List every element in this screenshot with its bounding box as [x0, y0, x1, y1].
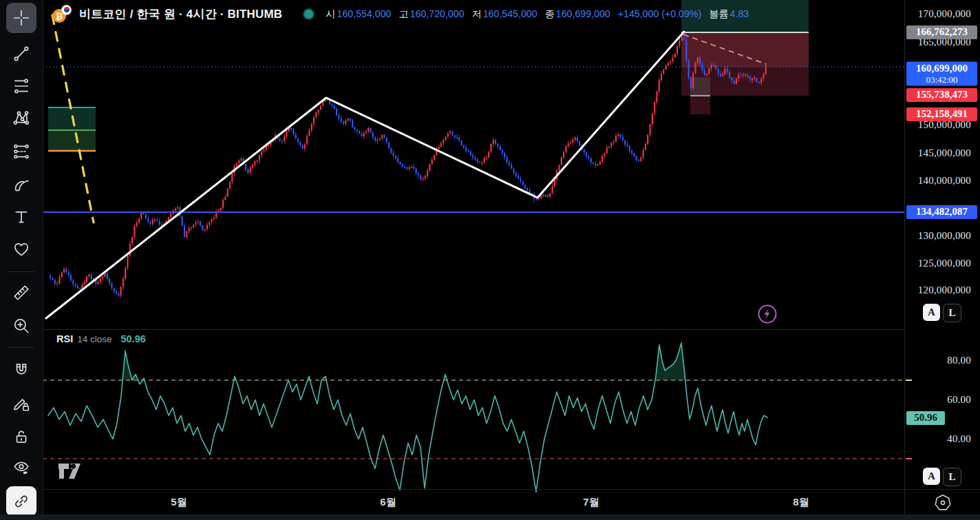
hide-drawings-button[interactable]	[6, 453, 36, 483]
chart-legend[interactable]: ₿ 비트코인 / 한국 원 · 4시간 · BITHUMB 시160,554,0…	[52, 4, 749, 23]
pane-divider[interactable]	[43, 329, 904, 330]
text-tool[interactable]	[6, 202, 36, 232]
measure-tool[interactable]	[6, 278, 36, 308]
volume-value: 4.83	[730, 8, 749, 19]
eye-brush-icon	[12, 459, 30, 477]
stop2-price-badge: 152,158,491	[906, 107, 977, 121]
ruler-icon	[12, 284, 30, 302]
time-axis-label[interactable]: 8월	[793, 496, 809, 509]
brush-icon	[12, 176, 30, 194]
ohlc-values: 시160,554,000 고160,720,000 저160,545,000 종…	[326, 8, 749, 21]
rsi-axis-label: 80.00	[947, 355, 971, 366]
fib-retracement-tool[interactable]	[6, 71, 36, 101]
crosshair-icon	[12, 9, 30, 27]
forecast-position-tool[interactable]	[6, 136, 36, 167]
price-axis-label: 145,000,000	[918, 147, 971, 159]
trend-line-tool[interactable]	[6, 39, 36, 69]
forecast-icon	[12, 143, 30, 160]
xabcd-icon	[12, 110, 30, 127]
change-value: +145,000 (+0.09%)	[618, 8, 701, 19]
toolbar-divider	[8, 271, 34, 272]
current-price-badge: 160,699,00003:42:00	[906, 62, 977, 86]
stop-price-badge: 155,738,473	[906, 88, 977, 102]
symbol-title[interactable]: 비트코인 / 한국 원 · 4시간 · BITHUMB	[79, 6, 282, 22]
lock-icon	[12, 428, 30, 446]
high-value: 160,720,000	[410, 8, 465, 19]
rsi-current-value: 50.96	[120, 333, 145, 344]
log-scale-button[interactable]: L	[943, 468, 961, 486]
price-axis-label: 120,000,000	[918, 284, 971, 296]
lock-drawings-button[interactable]	[6, 422, 36, 452]
low-label: 저	[472, 8, 482, 21]
high-label: 고	[398, 8, 408, 21]
close-value: 160,699,000	[556, 8, 610, 19]
fib-lines-icon	[12, 77, 30, 95]
close-label: 종	[545, 8, 555, 21]
korea-flag-icon	[61, 5, 72, 15]
price-axis-label: 140,000,000	[918, 175, 971, 187]
time-axis-label[interactable]: 7월	[583, 496, 599, 509]
auto-scale-button[interactable]: A	[923, 468, 940, 485]
tradingview-logo	[57, 460, 85, 482]
drawing-toolbar	[0, 0, 43, 520]
support-price-badge: 134,482,087	[906, 205, 977, 219]
rsi-legend[interactable]: RSI 14 close 50.96	[56, 333, 146, 344]
toolbar-divider	[8, 347, 34, 348]
open-value: 160,554,000	[337, 8, 392, 19]
time-axis-label[interactable]: 5월	[171, 496, 187, 509]
market-status-icon[interactable]	[303, 8, 315, 20]
link-icon	[12, 492, 30, 510]
symbol-logo: ₿	[52, 4, 73, 23]
link-drawings-button[interactable]	[6, 486, 36, 517]
low-value: 160,545,000	[483, 8, 537, 19]
price-axis-label: 130,000,000	[918, 230, 971, 242]
window-bottom-edge	[0, 514, 980, 520]
text-icon	[12, 208, 30, 226]
trading-chart-app: { "header": { "symbol_title": "비트코인 / 한국…	[0, 0, 980, 520]
price-axis-label: 125,000,000	[918, 258, 971, 269]
trend-line-icon	[12, 45, 30, 63]
volume-label: 볼륨	[709, 8, 728, 21]
lightning-icon[interactable]	[757, 304, 778, 324]
time-axis-label[interactable]: 6월	[380, 496, 396, 509]
time-axis-divider	[0, 489, 980, 490]
chart-canvas[interactable]	[0, 0, 980, 520]
rsi-axis-label: 60.00	[947, 394, 971, 406]
auto-scale-button[interactable]: A	[923, 304, 940, 321]
bar-countdown: 03:42:00	[906, 74, 977, 85]
brush-tool[interactable]	[6, 169, 36, 200]
open-label: 시	[326, 8, 335, 21]
magnet-icon	[12, 362, 30, 379]
crosshair-tool[interactable]	[6, 3, 36, 33]
log-scale-button[interactable]: L	[943, 304, 961, 322]
rsi-params: 14 close	[77, 334, 111, 344]
zoom-icon	[12, 317, 30, 335]
rsi-axis-label: 40.00	[947, 433, 971, 445]
price-axis-label: 170,000,000	[918, 8, 971, 20]
price-axis-divider[interactable]	[904, 0, 905, 514]
magnet-mode-button[interactable]	[6, 355, 36, 386]
xabcd-pattern-tool[interactable]	[6, 103, 36, 134]
rsi-value-badge: 50.96	[906, 411, 945, 425]
pencil-lock-icon	[12, 395, 30, 413]
rsi-title: RSI	[56, 333, 73, 344]
entry-price-badge: 166,762,273	[906, 25, 977, 39]
emoji-heart-tool[interactable]	[6, 234, 36, 264]
heart-icon	[12, 240, 30, 258]
drawing-edit-lock-button[interactable]	[6, 388, 36, 419]
timezone-settings-icon[interactable]	[933, 493, 952, 512]
zoom-in-tool[interactable]	[6, 311, 36, 341]
